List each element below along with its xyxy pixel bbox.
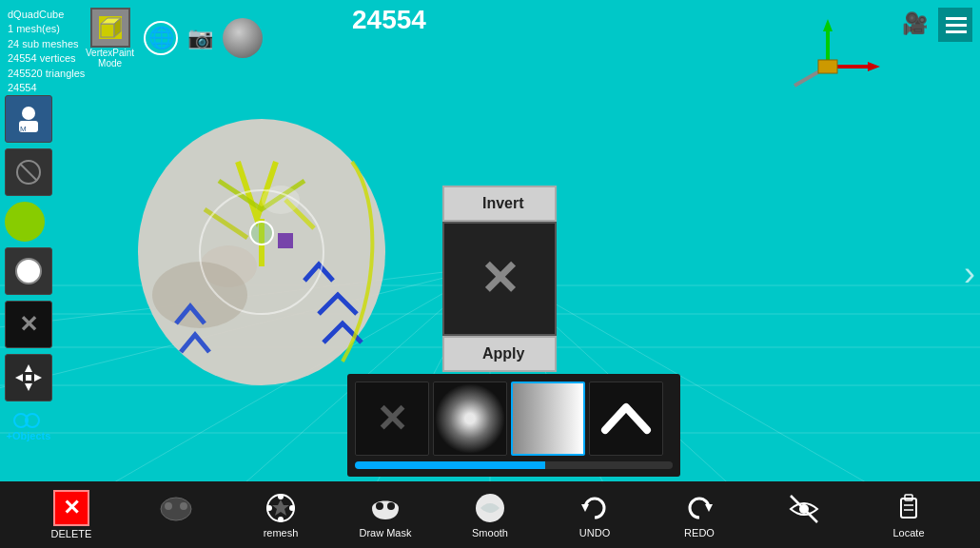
vertex-paint-label: VertexPaint: [86, 48, 134, 58]
svg-point-48: [278, 517, 284, 522]
undo-tool[interactable]: UNDO: [566, 491, 623, 538]
brush-smoke[interactable]: [433, 382, 507, 456]
vertex-count: 24554: [8, 81, 85, 95]
svg-rect-15: [101, 24, 114, 37]
svg-line-35: [20, 164, 37, 181]
cube-icon: [97, 14, 124, 41]
no-tool[interactable]: [5, 148, 52, 196]
remesh-tool[interactable]: remesh: [252, 491, 309, 538]
gradient-brush-preview: [513, 383, 583, 454]
smoke-brush-preview: [435, 383, 505, 454]
svg-marker-21: [868, 62, 880, 71]
brush-x-symbol: ✕: [376, 397, 408, 440]
svg-point-45: [180, 502, 187, 510]
left-sidebar: M ✕ +Objects: [5, 95, 52, 441]
svg-marker-39: [34, 374, 42, 382]
mesh-count: 1 mesh(es): [8, 22, 85, 36]
svg-marker-54: [581, 504, 589, 512]
redo-label: REDO: [684, 527, 715, 538]
color-tool[interactable]: [5, 202, 45, 242]
svg-rect-23: [818, 60, 837, 73]
invert-x-mark: ✕: [480, 251, 519, 306]
svg-point-50: [289, 505, 295, 511]
svg-point-49: [266, 505, 272, 511]
redo-tool[interactable]: REDO: [671, 491, 728, 538]
svg-point-44: [165, 502, 172, 510]
ham-line-3: [946, 30, 967, 33]
svg-point-43: [161, 498, 191, 520]
delete-icon: ✕: [53, 490, 89, 526]
remesh-label: remesh: [264, 527, 299, 538]
sub-meshes: 24 sub meshes: [8, 37, 85, 51]
svg-line-57: [791, 496, 817, 522]
brush-panel: ✕: [347, 374, 680, 477]
invert-preview: ✕: [442, 222, 557, 336]
white-brush-tool[interactable]: [5, 247, 52, 295]
svg-marker-37: [25, 383, 32, 391]
mode-label: Mode: [98, 58, 122, 68]
apply-button[interactable]: Apply: [442, 336, 557, 372]
svg-point-31: [22, 107, 35, 120]
brush-erase[interactable]: ✕: [355, 382, 429, 456]
svg-rect-27: [278, 233, 293, 248]
objects-label: +Objects: [7, 430, 51, 441]
objects-button[interactable]: +Objects: [5, 411, 52, 441]
bottom-toolbar: ✕ DELETE ... remesh Draw Mask: [0, 481, 980, 548]
sphere-preview[interactable]: [223, 18, 263, 58]
svg-rect-58: [901, 499, 916, 518]
delete-label: DELETE: [51, 528, 92, 539]
character-tool[interactable]: M: [5, 95, 52, 143]
svg-marker-55: [705, 504, 713, 512]
top-left-info: dQuadCube 1 mesh(es) 24 sub meshes 24554…: [8, 8, 85, 95]
svg-point-29: [250, 222, 273, 245]
invert-panel: Invert ✕ Apply: [442, 186, 557, 372]
hide-tool[interactable]: ...: [775, 492, 833, 538]
brush-slider[interactable]: [355, 461, 673, 469]
app-title: dQuadCube: [8, 8, 85, 22]
top-icons-bar: VertexPaint Mode 🌐 📷: [86, 8, 263, 68]
svg-marker-36: [25, 364, 32, 372]
locate-label: Locate: [892, 527, 924, 538]
smooth-label: Smooth: [472, 527, 508, 538]
svg-point-52: [387, 502, 395, 510]
ham-line-2: [946, 24, 967, 27]
counter-display: 24554: [352, 5, 426, 35]
gizmo: [771, 14, 885, 100]
head-3d-object: [114, 105, 419, 390]
vertices: 24554 vertices: [8, 51, 85, 66]
smooth-tool[interactable]: Smooth: [461, 491, 519, 538]
camera-icon[interactable]: 📷: [187, 26, 213, 50]
draw-mask-label: Draw Mask: [359, 527, 411, 538]
vertex-paint-icon[interactable]: [90, 8, 130, 48]
locate-tool[interactable]: Locate: [880, 491, 937, 538]
mask-preview-tool[interactable]: ...: [147, 496, 205, 535]
vertex-paint-block[interactable]: VertexPaint Mode: [86, 8, 134, 68]
right-arrow[interactable]: ›: [964, 254, 975, 294]
undo-label: UNDO: [579, 527, 610, 538]
invert-button[interactable]: Invert: [442, 186, 557, 222]
svg-marker-38: [15, 374, 23, 382]
svg-rect-40: [26, 375, 31, 381]
triangles: 245520 triangles: [8, 67, 85, 81]
svg-point-30: [262, 186, 300, 214]
svg-point-51: [376, 502, 383, 510]
svg-marker-19: [823, 19, 833, 31]
erase-tool[interactable]: ✕: [5, 301, 52, 348]
svg-text:M: M: [20, 125, 27, 133]
brush-gradient[interactable]: [511, 382, 585, 456]
hamburger-menu[interactable]: [938, 8, 972, 42]
svg-point-47: [278, 494, 284, 499]
ham-line-1: [946, 17, 967, 20]
draw-mask-tool[interactable]: Draw Mask: [357, 491, 414, 538]
move-tool[interactable]: [5, 354, 52, 401]
delete-tool[interactable]: ✕ DELETE: [43, 490, 100, 539]
camera-video-icon[interactable]: 🎥: [902, 11, 928, 36]
brush-row: ✕: [355, 382, 673, 456]
brush-chevron[interactable]: [589, 382, 663, 456]
globe-icon[interactable]: 🌐: [144, 21, 178, 55]
